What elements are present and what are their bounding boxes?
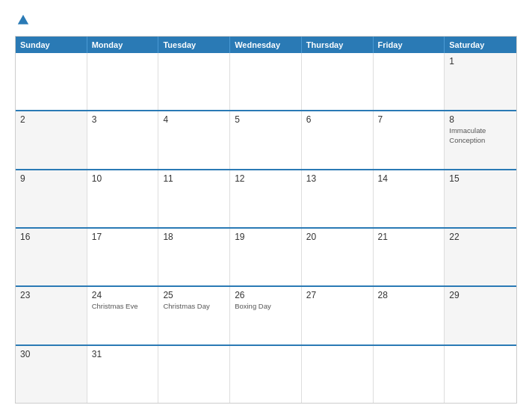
calendar-page: SundayMondayTuesdayWednesdayThursdayFrid… (0, 0, 532, 411)
calendar-cell: 4 (158, 111, 230, 168)
day-number: 11 (163, 173, 225, 184)
holiday-label: Boxing Day (235, 302, 297, 311)
day-number: 22 (449, 232, 512, 242)
weekday-header-thursday: Thursday (302, 37, 374, 53)
day-number: 20 (306, 232, 368, 242)
day-number: 13 (306, 173, 368, 184)
calendar-cell: 10 (87, 170, 159, 227)
weekday-header-tuesday: Tuesday (158, 37, 230, 53)
calendar-cell: 28 (374, 287, 445, 344)
calendar-cell (302, 53, 374, 110)
holiday-label: Immaculate Conception (449, 126, 512, 145)
day-number: 8 (449, 114, 512, 125)
calendar-cell: 5 (230, 111, 302, 168)
day-number: 7 (378, 114, 440, 125)
day-number: 18 (163, 232, 225, 242)
calendar-cell: 31 (87, 346, 159, 403)
day-number: 17 (92, 232, 154, 242)
calendar-header: SundayMondayTuesdayWednesdayThursdayFrid… (16, 37, 516, 53)
calendar-week-6: 3031 (16, 344, 516, 403)
calendar-cell (158, 53, 230, 110)
calendar-cell: 12 (230, 170, 302, 227)
calendar-cell: 11 (158, 170, 230, 227)
calendar-cell: 1 (445, 53, 516, 110)
svg-marker-0 (18, 15, 28, 25)
day-number: 31 (92, 349, 154, 359)
day-number: 25 (163, 290, 225, 300)
calendar-cell: 25Christmas Day (158, 287, 230, 344)
day-number: 3 (92, 114, 154, 125)
calendar-cell: 2 (16, 111, 87, 168)
calendar-body: 12345678Immaculate Conception91011121314… (16, 53, 516, 403)
calendar-cell: 7 (374, 111, 445, 168)
day-number: 24 (92, 290, 154, 300)
day-number: 12 (235, 173, 297, 184)
day-number: 6 (306, 114, 368, 125)
day-number: 30 (20, 349, 82, 359)
calendar-grid: SundayMondayTuesdayWednesdayThursdayFrid… (15, 36, 517, 404)
day-number: 16 (20, 232, 82, 242)
calendar-cell (374, 53, 445, 110)
calendar-cell: 19 (230, 229, 302, 285)
calendar-cell (16, 53, 87, 110)
weekday-header-monday: Monday (87, 37, 159, 53)
day-number: 5 (235, 114, 297, 125)
day-number: 26 (235, 290, 297, 300)
logo (15, 13, 30, 30)
calendar-cell (87, 53, 159, 110)
calendar-cell: 26Boxing Day (230, 287, 302, 344)
calendar-cell: 20 (302, 229, 374, 285)
calendar-week-4: 16171819202122 (16, 227, 516, 285)
calendar-week-3: 9101112131415 (16, 169, 516, 227)
calendar-cell (158, 346, 230, 403)
calendar-cell: 22 (445, 229, 516, 285)
day-number: 14 (378, 173, 440, 184)
calendar-cell (230, 53, 302, 110)
day-number: 4 (163, 114, 225, 125)
calendar-cell (374, 346, 445, 403)
weekday-header-wednesday: Wednesday (230, 37, 302, 53)
weekday-header-friday: Friday (374, 37, 445, 53)
calendar-cell: 3 (87, 111, 159, 168)
day-number: 28 (378, 290, 440, 300)
day-number: 19 (235, 232, 297, 242)
day-number: 27 (306, 290, 368, 300)
logo-icon (16, 13, 30, 27)
day-number: 9 (20, 173, 82, 184)
calendar-week-5: 2324Christmas Eve25Christmas Day26Boxing… (16, 285, 516, 344)
calendar-week-2: 2345678Immaculate Conception (16, 110, 516, 168)
day-number: 21 (378, 232, 440, 242)
calendar-cell (302, 346, 374, 403)
day-number: 29 (449, 290, 512, 300)
calendar-cell: 18 (158, 229, 230, 285)
calendar-cell: 21 (374, 229, 445, 285)
calendar-cell (445, 346, 516, 403)
calendar-cell: 16 (16, 229, 87, 285)
weekday-header-sunday: Sunday (16, 37, 87, 53)
day-number: 1 (449, 56, 512, 67)
calendar-cell: 6 (302, 111, 374, 168)
calendar-cell: 14 (374, 170, 445, 227)
calendar-cell (230, 346, 302, 403)
calendar-cell: 8Immaculate Conception (445, 111, 516, 168)
calendar-cell: 9 (16, 170, 87, 227)
calendar-cell: 29 (445, 287, 516, 344)
holiday-label: Christmas Day (163, 302, 225, 311)
calendar-week-1: 1 (16, 53, 516, 110)
calendar-cell: 30 (16, 346, 87, 403)
weekday-header-saturday: Saturday (445, 37, 516, 53)
day-number: 10 (92, 173, 154, 184)
calendar-cell: 23 (16, 287, 87, 344)
calendar-cell: 13 (302, 170, 374, 227)
page-header (15, 13, 517, 30)
calendar-cell: 27 (302, 287, 374, 344)
day-number: 23 (20, 290, 82, 300)
day-number: 15 (449, 173, 512, 184)
holiday-label: Christmas Eve (92, 302, 154, 311)
calendar-cell: 24Christmas Eve (87, 287, 159, 344)
day-number: 2 (20, 114, 82, 125)
calendar-cell: 17 (87, 229, 159, 285)
calendar-cell: 15 (445, 170, 516, 227)
